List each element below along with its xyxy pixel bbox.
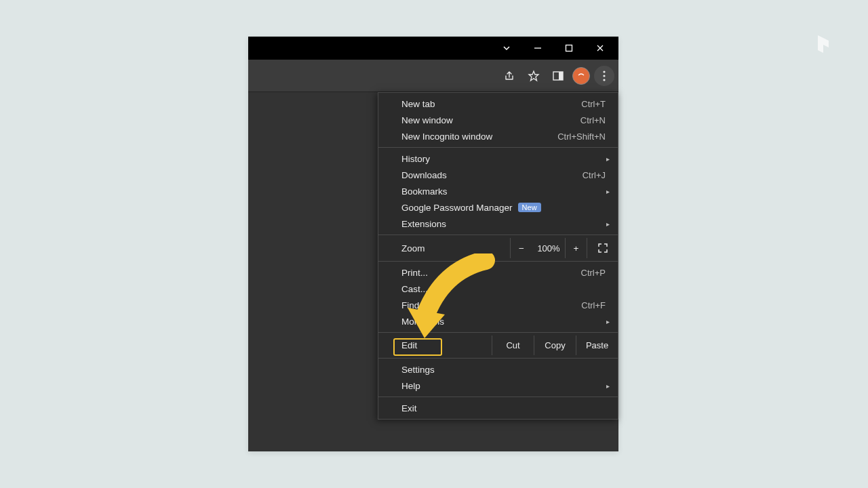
menu-item-extensions[interactable]: Extensions ▸ <box>378 216 618 232</box>
bookmark-star-icon[interactable] <box>524 66 544 86</box>
menu-shortcut: Ctrl+T <box>581 99 606 109</box>
svg-point-7 <box>603 79 605 81</box>
menu-label: Extensions <box>401 219 606 229</box>
menu-label: More tools <box>401 317 606 327</box>
menu-separator <box>378 332 618 333</box>
browser-toolbar <box>248 60 618 92</box>
svg-point-5 <box>603 70 605 73</box>
browser-content: New tab Ctrl+T New window Ctrl+N New Inc… <box>248 92 618 451</box>
window-titlebar <box>248 37 618 60</box>
menu-separator <box>378 235 618 235</box>
copy-button[interactable]: Copy <box>534 336 576 355</box>
menu-item-edit: Edit Cut Copy Paste <box>378 336 618 355</box>
menu-shortcut: Ctrl+P <box>581 268 606 278</box>
menu-item-new-window[interactable]: New window Ctrl+N <box>378 112 618 128</box>
zoom-out-button[interactable]: − <box>511 238 532 258</box>
menu-label: Find... <box>401 300 581 310</box>
menu-item-password-manager[interactable]: Google Password Manager New <box>378 199 618 216</box>
chrome-main-menu: New tab Ctrl+T New window Ctrl+N New Inc… <box>378 92 618 420</box>
menu-item-more-tools[interactable]: More tools ▸ <box>378 313 618 329</box>
menu-item-help[interactable]: Help ▸ <box>378 378 618 394</box>
menu-label: Exit <box>401 403 606 413</box>
menu-label: New tab <box>401 99 581 109</box>
browser-window: New tab Ctrl+T New window Ctrl+N New Inc… <box>248 37 618 451</box>
menu-item-find[interactable]: Find... Ctrl+F <box>378 297 618 313</box>
menu-separator <box>378 358 618 359</box>
menu-item-new-tab[interactable]: New tab Ctrl+T <box>378 96 618 112</box>
zoom-in-button[interactable]: + <box>565 238 587 258</box>
svg-rect-1 <box>566 45 572 52</box>
menu-shortcut: Ctrl+F <box>581 300 606 310</box>
submenu-arrow-icon: ▸ <box>606 318 610 325</box>
menu-shortcut: Ctrl+Shift+N <box>557 131 606 142</box>
menu-label: Cast... <box>401 284 606 294</box>
svg-rect-3 <box>559 72 563 80</box>
menu-item-bookmarks[interactable]: Bookmarks ▸ <box>378 183 618 199</box>
menu-shortcut: Ctrl+N <box>580 115 606 125</box>
kebab-menu-icon[interactable] <box>594 66 614 86</box>
tab-dropdown-button[interactable] <box>491 37 522 60</box>
menu-label: History <box>401 154 606 164</box>
new-badge: New <box>518 203 541 212</box>
menu-item-new-incognito[interactable]: New Incognito window Ctrl+Shift+N <box>378 128 618 144</box>
submenu-arrow-icon: ▸ <box>606 155 610 163</box>
zoom-value: 100% <box>532 243 565 253</box>
menu-label: Google Password Manager <box>401 203 513 213</box>
menu-item-history[interactable]: History ▸ <box>378 150 618 167</box>
paste-button[interactable]: Paste <box>576 336 618 355</box>
close-button[interactable] <box>585 37 616 60</box>
svg-point-4 <box>577 72 585 80</box>
edit-label: Edit <box>401 340 492 350</box>
menu-label: Downloads <box>401 170 583 180</box>
cut-button[interactable]: Cut <box>492 336 534 355</box>
menu-shortcut: Ctrl+J <box>583 170 606 180</box>
submenu-arrow-icon: ▸ <box>606 188 610 195</box>
menu-item-print[interactable]: Print... Ctrl+P <box>378 264 618 281</box>
brand-logo <box>812 33 834 54</box>
maximize-button[interactable] <box>553 37 585 60</box>
menu-separator <box>378 147 618 148</box>
menu-item-settings[interactable]: Settings <box>378 361 618 378</box>
side-panel-icon[interactable] <box>548 66 568 86</box>
menu-separator <box>378 261 618 262</box>
menu-label: New Incognito window <box>401 131 557 142</box>
menu-item-exit[interactable]: Exit <box>378 400 618 416</box>
submenu-arrow-icon: ▸ <box>606 382 610 390</box>
fullscreen-button[interactable] <box>587 238 618 258</box>
menu-separator <box>378 396 618 397</box>
zoom-controls: − 100% + <box>510 238 618 258</box>
menu-item-cast[interactable]: Cast... <box>378 281 618 297</box>
share-icon[interactable] <box>499 66 519 86</box>
menu-label: Bookmarks <box>401 186 606 197</box>
submenu-arrow-icon: ▸ <box>606 220 610 228</box>
menu-label: Print... <box>401 268 581 278</box>
menu-item-zoom: Zoom − 100% + <box>378 238 618 258</box>
zoom-label: Zoom <box>401 243 510 253</box>
profile-avatar[interactable] <box>572 67 590 85</box>
svg-point-6 <box>603 75 605 77</box>
menu-item-downloads[interactable]: Downloads Ctrl+J <box>378 167 618 183</box>
menu-label: Help <box>401 381 606 391</box>
menu-label: New window <box>401 115 580 125</box>
menu-label: Settings <box>401 365 606 375</box>
minimize-button[interactable] <box>522 37 553 60</box>
